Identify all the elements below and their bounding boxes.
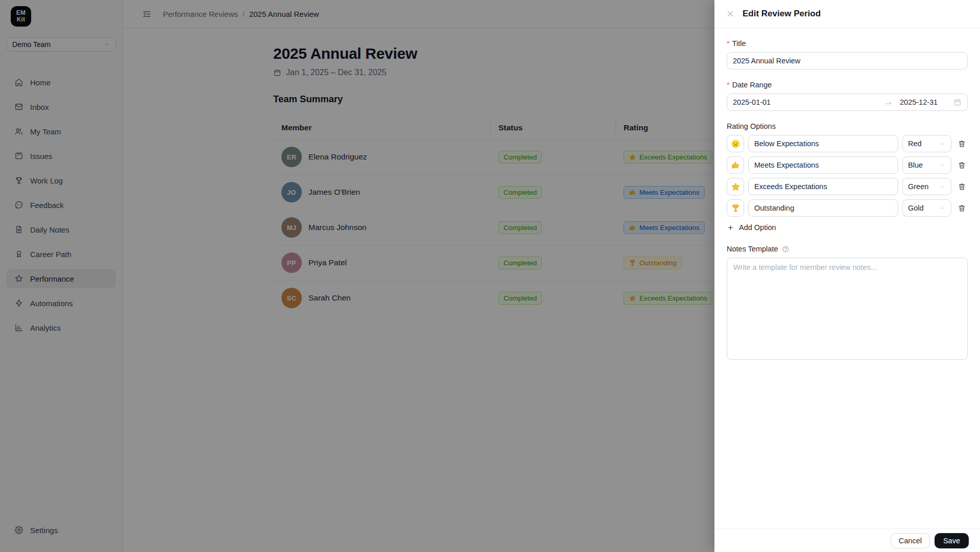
trash-icon [958, 140, 966, 148]
rating-emoji-button[interactable] [727, 199, 744, 217]
chevron-down-icon [939, 183, 946, 190]
star-icon [731, 182, 740, 192]
trash-icon [958, 182, 966, 191]
notes-template-textarea[interactable] [727, 258, 968, 360]
rating-name-input[interactable] [748, 178, 898, 195]
rating-options-label: Rating Options [727, 122, 968, 130]
rating-name-input[interactable] [748, 199, 898, 217]
rating-option-outstanding: Gold [727, 199, 968, 217]
trash-icon [958, 161, 966, 170]
question-circle-icon [782, 245, 790, 253]
chevron-down-icon [939, 205, 946, 212]
rating-option-exceeds-expectations: Green [727, 178, 968, 195]
rating-name-input[interactable] [748, 135, 898, 152]
rating-emoji-button[interactable] [727, 135, 744, 152]
end-date-value[interactable]: 2025-12-31 [900, 98, 953, 106]
drawer-footer: Cancel Save [714, 528, 980, 552]
rating-color-value: Green [908, 182, 928, 191]
date-range-field-label: * Date Range [727, 81, 968, 89]
rating-color-select[interactable]: Blue [902, 156, 951, 174]
required-mark: * [727, 81, 730, 89]
rating-options-list: Red Blue [727, 135, 968, 217]
rating-color-value: Blue [908, 161, 923, 169]
rating-options-group: Rating Options Red [727, 122, 968, 232]
drawer-header: Edit Review Period [714, 0, 980, 28]
close-drawer-button[interactable] [726, 9, 735, 18]
required-mark: * [727, 39, 730, 48]
notes-template-group: Notes Template [727, 245, 968, 362]
rating-option-meets-expectations: Blue [727, 156, 968, 174]
date-range-field-group: * Date Range 2025-01-01 2025-12-31 [727, 81, 968, 111]
date-range-picker[interactable]: 2025-01-01 2025-12-31 [727, 94, 968, 111]
edit-review-period-drawer: Edit Review Period * Title * Date Range … [714, 0, 980, 552]
arrow-right-icon [884, 98, 893, 107]
rating-emoji-button[interactable] [727, 156, 744, 174]
drawer-body: * Title * Date Range 2025-01-01 2025-12-… [714, 28, 980, 528]
title-field-label: * Title [727, 39, 968, 48]
calendar-icon [953, 98, 962, 106]
title-input[interactable] [727, 52, 968, 70]
title-field-group: * Title [727, 39, 968, 70]
rating-name-input[interactable] [748, 156, 898, 174]
rating-emoji-button[interactable] [727, 178, 744, 195]
delete-option-button[interactable] [955, 178, 968, 195]
delete-option-button[interactable] [955, 199, 968, 217]
save-button[interactable]: Save [935, 533, 969, 548]
worried-face-icon [731, 139, 740, 149]
trash-icon [958, 204, 966, 213]
rating-option-below-expectations: Red [727, 135, 968, 152]
trophy-icon [731, 203, 740, 213]
add-option-button[interactable]: Add Option [727, 223, 776, 232]
drawer-title: Edit Review Period [743, 9, 821, 19]
cancel-button[interactable]: Cancel [891, 533, 930, 548]
rating-color-select[interactable]: Gold [902, 199, 951, 217]
delete-option-button[interactable] [955, 135, 968, 152]
rating-color-value: Gold [908, 204, 924, 212]
chevron-down-icon [939, 141, 946, 147]
rating-color-select[interactable]: Green [902, 178, 951, 195]
delete-option-button[interactable] [955, 156, 968, 174]
start-date-value[interactable]: 2025-01-01 [733, 98, 884, 106]
rating-color-value: Red [908, 140, 922, 148]
plus-icon [727, 224, 734, 232]
rating-color-select[interactable]: Red [902, 135, 951, 152]
notes-template-label: Notes Template [727, 245, 968, 253]
chevron-down-icon [939, 162, 946, 169]
thumbs-up-icon [731, 160, 740, 170]
